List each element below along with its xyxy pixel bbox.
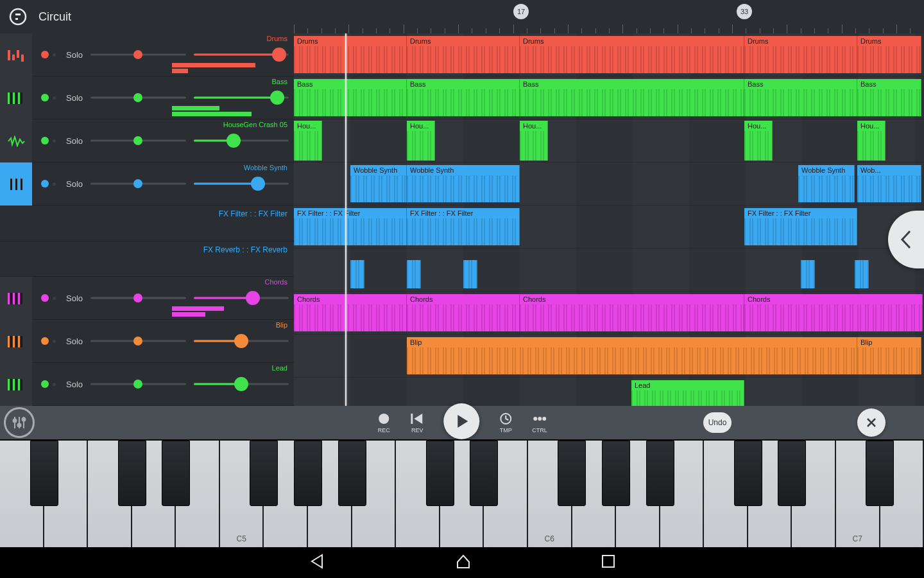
clip[interactable] [407,260,421,288]
solo-button[interactable]: Solo [66,337,83,346]
clip[interactable]: FX Filter : : FX Filter [744,208,857,245]
playlist-lane[interactable]: DrumsDrumsDrumsDrumsDrums [294,33,924,76]
nav-back-icon[interactable] [308,552,326,573]
clip[interactable]: Chords [407,294,520,331]
mute-pin[interactable] [53,383,56,386]
track-icon[interactable] [0,76,32,119]
playlist-lane[interactable]: Wobble SynthWobble SynthWobble SynthWob.… [294,162,924,206]
clip[interactable]: Wobble Synth [350,165,407,202]
track-row[interactable]: Solo Blip [0,320,294,363]
mute-pin[interactable] [53,340,56,343]
black-key[interactable] [470,441,498,506]
mute-toggle[interactable] [41,337,49,345]
black-key[interactable] [734,441,762,506]
menu-icon[interactable] [0,0,36,33]
black-key[interactable] [866,441,894,506]
fx-track-row[interactable]: FX Filter : : FX Filter [0,206,294,241]
black-key[interactable] [118,441,146,506]
black-key[interactable] [778,441,806,506]
clip[interactable]: Bass [407,79,520,116]
clip[interactable]: FX Filter : : FX Filter [294,208,407,245]
clip[interactable]: Drums [407,36,520,73]
clip[interactable]: Hou... [744,121,773,161]
track-row[interactable]: Solo Chords [0,277,294,320]
rewind-button[interactable]: REV [410,412,424,434]
clip[interactable]: Lead [631,380,744,406]
track-icon[interactable] [0,162,32,206]
mute-pin[interactable] [53,182,56,186]
mute-pin[interactable] [53,139,56,143]
track-icon[interactable] [0,320,32,363]
clip[interactable]: Hou... [857,121,886,161]
nav-recent-icon[interactable] [601,554,616,572]
black-key[interactable] [338,441,366,506]
track-row[interactable]: Solo HouseGen Crash 05 [0,119,294,162]
close-button[interactable] [857,408,886,437]
clip[interactable]: Blip [407,337,857,374]
solo-button[interactable]: Solo [66,293,83,303]
mute-pin[interactable] [53,96,56,100]
clip[interactable]: Drums [294,36,407,73]
mute-toggle[interactable] [41,380,49,388]
track-row[interactable]: Solo Bass [0,76,294,119]
black-key[interactable] [646,441,674,506]
clip[interactable]: Wobble Synth [407,165,520,202]
black-key[interactable] [294,441,322,506]
clip[interactable]: Drums [520,36,744,73]
clip[interactable]: Bass [294,79,407,116]
clip[interactable]: Chords [294,294,407,331]
playhead[interactable] [345,33,346,406]
mixer-button[interactable] [4,407,35,438]
playlist-lane[interactable]: FX Filter : : FX FilterFX Filter : : FX … [294,206,924,249]
clip[interactable]: Bass [744,79,857,116]
ctrl-button[interactable]: CTRL [532,412,547,434]
clip[interactable]: Blip [857,337,921,374]
track-row[interactable]: Solo Wobble Synth [0,162,294,206]
playlist-lane[interactable]: BlipBlip [294,335,924,378]
mute-toggle[interactable] [41,137,49,144]
mute-pin[interactable] [53,53,56,57]
track-row[interactable]: Solo Lead [0,363,294,406]
playlist-lane[interactable] [294,249,924,292]
clip[interactable]: Chords [744,294,923,331]
clip[interactable] [801,260,815,288]
clip[interactable]: Drums [744,36,857,73]
playlist-lane[interactable]: Hou...Hou...Hou...Hou...Hou... [294,119,924,162]
clip[interactable]: Wobble Synth [798,165,855,202]
track-row[interactable]: Solo Drums [0,33,294,76]
clip[interactable]: Hou... [520,121,548,161]
play-button[interactable] [443,403,479,439]
playlist-lane[interactable]: ChordsChordsChordsChords [294,292,924,335]
undo-button[interactable]: Undo [703,412,732,433]
track-icon[interactable] [0,363,32,406]
solo-button[interactable]: Solo [66,179,83,189]
fx-track-row[interactable]: FX Reverb : : FX Reverb [0,241,294,277]
piano-keyboard[interactable]: C5C6C7 [0,439,924,547]
timeline-ruler[interactable] [294,0,924,33]
mute-pin[interactable] [53,297,56,300]
clip[interactable]: Bass [520,79,744,116]
clip[interactable]: Chords [520,294,744,331]
black-key[interactable] [558,441,586,506]
clip[interactable]: FX Filter : : FX Filter [407,208,520,245]
solo-button[interactable]: Solo [66,50,83,60]
mute-toggle[interactable] [41,180,49,188]
clip[interactable]: Hou... [407,121,435,161]
black-key[interactable] [162,441,190,506]
record-button[interactable]: REC [377,412,391,434]
solo-button[interactable]: Solo [66,380,83,389]
nav-home-icon[interactable] [454,552,472,573]
mute-toggle[interactable] [41,51,49,58]
clip[interactable]: Wob... [857,165,921,202]
black-key[interactable] [426,441,454,506]
track-icon[interactable] [0,33,32,76]
clip[interactable]: Bass [857,79,921,116]
solo-button[interactable]: Solo [66,136,83,146]
clip[interactable]: Hou... [294,121,322,161]
solo-button[interactable]: Solo [66,93,83,103]
clip[interactable] [855,260,869,288]
clip[interactable]: Drums [857,36,921,73]
playlist-lane[interactable]: BassBassBassBassBass [294,76,924,119]
mute-toggle[interactable] [41,294,49,302]
timeline-marker[interactable]: 33 [737,4,752,19]
